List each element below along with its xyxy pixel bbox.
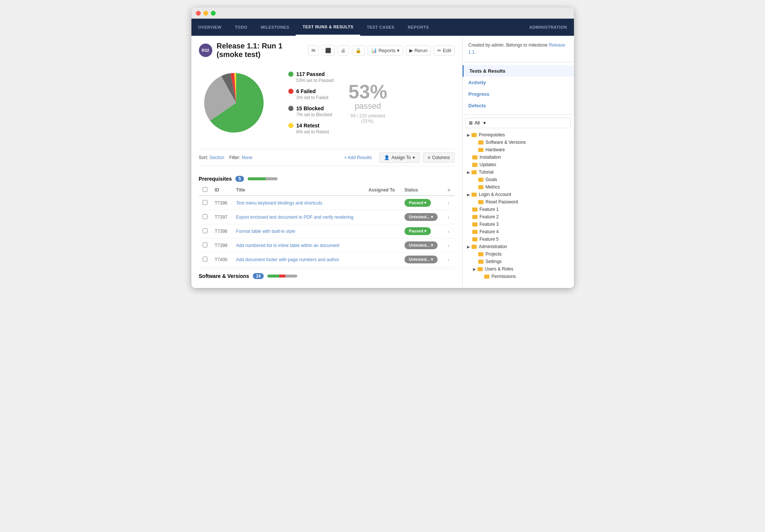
- nav-administration[interactable]: Administration: [523, 19, 574, 36]
- sidebar-nav-progress[interactable]: Progress: [463, 88, 574, 100]
- filter-chevron-icon: ▾: [483, 120, 486, 126]
- tree-item[interactable]: Projects: [472, 250, 571, 258]
- row-checkbox[interactable]: [203, 243, 207, 247]
- prerequisites-count: 5: [235, 176, 244, 182]
- table-row: T7396 Test menu keyboard bindings and sh…: [199, 196, 455, 210]
- row-checkbox[interactable]: [203, 214, 207, 219]
- status-badge[interactable]: Untested... ▾: [404, 241, 438, 249]
- tree-item[interactable]: Permissions: [477, 273, 571, 280]
- test-id: T7397: [211, 210, 232, 224]
- folder-icon: [478, 260, 483, 264]
- tree-label: Tutorial: [479, 170, 494, 175]
- test-title-link[interactable]: Export enclosed test document to PDF and…: [236, 215, 353, 220]
- row-chevron[interactable]: ›: [448, 228, 450, 234]
- tree-label: Goals: [486, 177, 497, 182]
- status-badge[interactable]: Untested... ▾: [404, 256, 438, 263]
- nav-todo[interactable]: Todo: [228, 19, 254, 36]
- row-checkbox[interactable]: [203, 257, 207, 262]
- tree-item[interactable]: Feature 3: [466, 221, 571, 228]
- row-chevron[interactable]: ›: [448, 257, 450, 263]
- tree-filter[interactable]: ⊞ All ▾: [466, 118, 571, 128]
- folder-icon: [472, 208, 477, 212]
- nav-milestones[interactable]: Milestones: [254, 19, 296, 36]
- columns-button[interactable]: ≡ Columns: [423, 152, 454, 163]
- test-title-link[interactable]: Format table with built-in style: [236, 229, 295, 234]
- tree-label: Prerequisites: [479, 132, 505, 137]
- test-status[interactable]: Passed ▾: [401, 196, 444, 210]
- test-title-link[interactable]: Add numbered list to inline table within…: [236, 243, 340, 248]
- close-button[interactable]: [196, 11, 201, 16]
- tree-item[interactable]: ▶ Login & Account: [466, 191, 571, 198]
- tree-item[interactable]: Feature 2: [466, 213, 571, 221]
- sort-value[interactable]: Section: [209, 155, 224, 160]
- tree-label: Permissions: [492, 274, 516, 279]
- tree-section: ⊞ All ▾ ▶ Prerequisites Software & Versi…: [463, 115, 574, 283]
- sort-filter: Sort: Section Filter: None: [199, 155, 253, 160]
- tree-item[interactable]: Software & Versions: [472, 139, 571, 146]
- sidebar-nav-defects[interactable]: Defects: [463, 100, 574, 111]
- titlebar: [191, 7, 574, 19]
- row-chevron[interactable]: ›: [448, 200, 450, 206]
- test-status[interactable]: Untested... ▾: [401, 238, 444, 253]
- header-actions: ✉ ⬛ 🖨 🔒 📊 Reports ▾ ▶ Rerun ✏: [308, 45, 454, 56]
- tree-item[interactable]: ▶ Prerequisites: [466, 131, 571, 139]
- tree-item[interactable]: ▶ Tutorial: [466, 168, 571, 176]
- content-area: R32 Release 1.1: Run 1 (smoke test) ✉ ⬛ …: [191, 36, 462, 288]
- reports-button[interactable]: 📊 Reports ▾: [368, 45, 403, 56]
- assign-to-button[interactable]: 👤 Assign To ▾: [379, 152, 420, 163]
- tree-item[interactable]: Metrics: [472, 183, 571, 191]
- tree-label: Settings: [486, 259, 502, 264]
- edit-button[interactable]: ✏ Edit: [434, 45, 454, 56]
- blocked-dot: [288, 106, 293, 111]
- tree-item[interactable]: Reset Password: [472, 198, 571, 206]
- tree-item[interactable]: Feature 4: [466, 228, 571, 235]
- sidebar-nav-tests[interactable]: Tests & Results: [463, 65, 574, 77]
- status-badge[interactable]: Untested... ▾: [404, 213, 438, 221]
- folder-icon: [472, 237, 477, 241]
- folder-icon: [478, 140, 483, 145]
- test-title-link[interactable]: Test menu keyboard bindings and shortcut…: [236, 200, 322, 206]
- email-icon-btn[interactable]: ✉: [308, 45, 319, 56]
- folder-icon: [472, 230, 477, 234]
- sidebar-nav-activity[interactable]: Activity: [463, 77, 574, 88]
- tree-item[interactable]: Updates: [466, 161, 571, 168]
- test-title-link[interactable]: Add document footer with page numbers an…: [236, 257, 339, 262]
- tree-label: Feature 1: [480, 207, 499, 212]
- maximize-button[interactable]: [211, 11, 216, 16]
- tree-chevron-icon: ▶: [467, 245, 470, 249]
- sidebar-info: Created by admin. Belongs to milestone R…: [463, 36, 574, 62]
- test-status[interactable]: Untested... ▾: [401, 253, 444, 267]
- tree-label: Installation: [480, 155, 501, 160]
- filter-value[interactable]: None: [242, 155, 253, 160]
- select-all-checkbox[interactable]: [203, 187, 207, 192]
- rerun-button[interactable]: ▶ Rerun: [406, 45, 431, 56]
- nav-test-runs[interactable]: Test Runs & Results: [296, 19, 360, 36]
- lock-icon-btn[interactable]: 🔒: [352, 45, 365, 56]
- table-row: T7399 Add numbered list to inline table …: [199, 238, 455, 253]
- add-results-button[interactable]: + Add Results: [340, 153, 376, 162]
- minimize-button[interactable]: [203, 11, 208, 16]
- tree-item[interactable]: Feature 1: [466, 206, 571, 213]
- status-badge[interactable]: Passed ▾: [404, 199, 431, 207]
- print-icon-btn[interactable]: 🖨: [337, 45, 349, 56]
- tree-item[interactable]: Hardware: [472, 146, 571, 153]
- tree-item[interactable]: Installation: [466, 153, 571, 161]
- row-checkbox[interactable]: [203, 200, 207, 205]
- tree-chevron-icon: ▶: [467, 193, 470, 197]
- nav-reports[interactable]: Reports: [401, 19, 436, 36]
- tree-item[interactable]: Goals: [472, 176, 571, 183]
- nav-test-cases[interactable]: Test Cases: [360, 19, 401, 36]
- tree-item[interactable]: Settings: [472, 258, 571, 265]
- export-icon-btn[interactable]: ⬛: [322, 45, 334, 56]
- folder-icon: [472, 193, 477, 197]
- row-chevron[interactable]: ›: [448, 214, 450, 220]
- status-badge[interactable]: Passed ▾: [404, 227, 431, 235]
- test-status[interactable]: Untested... ▾: [401, 210, 444, 224]
- tree-item[interactable]: Feature 5: [466, 235, 571, 243]
- test-status[interactable]: Passed ▾: [401, 224, 444, 238]
- row-chevron[interactable]: ›: [448, 243, 450, 248]
- tree-item[interactable]: ▶ Administration: [466, 243, 571, 250]
- row-checkbox[interactable]: [203, 228, 207, 233]
- nav-overview[interactable]: Overview: [191, 19, 228, 36]
- tree-item[interactable]: ▶ Users & Roles: [472, 265, 571, 273]
